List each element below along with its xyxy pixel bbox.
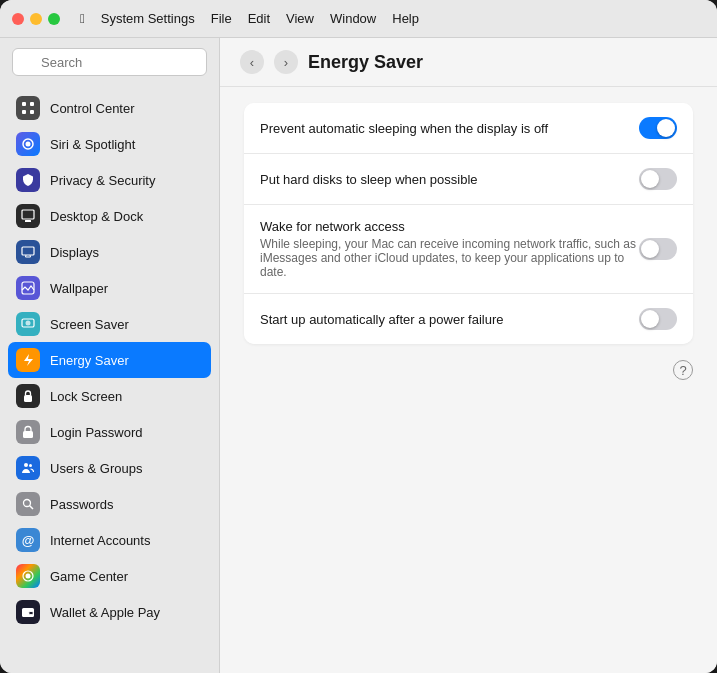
sidebar-item-energy-saver[interactable]: Energy Saver <box>8 342 211 378</box>
screensaver-icon <box>16 312 40 336</box>
loginpassword-icon <box>16 420 40 444</box>
apple-menu[interactable]:  <box>80 11 85 26</box>
svg-rect-19 <box>29 612 33 615</box>
sidebar-item-label: Displays <box>50 245 99 260</box>
settings-content: Prevent automatic sleeping when the disp… <box>220 87 717 673</box>
hard-disks-sleep-toggle[interactable] <box>639 168 677 190</box>
displays-icon <box>16 240 40 264</box>
app-menu[interactable]: System Settings <box>101 11 195 26</box>
privacy-icon <box>16 168 40 192</box>
sidebar-item-label: Lock Screen <box>50 389 122 404</box>
wake-network-toggle[interactable] <box>639 238 677 260</box>
sidebar-item-label: Wallpaper <box>50 281 108 296</box>
window-menu[interactable]: Window <box>330 11 376 26</box>
desktop-icon <box>16 204 40 228</box>
users-icon <box>16 456 40 480</box>
startup-power-failure-row: Start up automatically after a power fai… <box>244 294 693 344</box>
back-button[interactable]: ‹ <box>240 50 264 74</box>
sidebar-item-wallpaper[interactable]: Wallpaper <box>8 270 211 306</box>
traffic-lights <box>12 13 60 25</box>
internet-icon: @ <box>16 528 40 552</box>
prevent-auto-sleep-toggle[interactable] <box>639 117 677 139</box>
energy-icon <box>16 348 40 372</box>
sidebar-item-label: Screen Saver <box>50 317 129 332</box>
sidebar-item-wallet-apple-pay[interactable]: Wallet & Apple Pay <box>8 594 211 630</box>
svg-point-14 <box>29 464 32 467</box>
siri-icon <box>16 132 40 156</box>
svg-rect-2 <box>22 110 26 114</box>
main-header: ‹ › Energy Saver <box>220 38 717 87</box>
sidebar-item-desktop-dock[interactable]: Desktop & Dock <box>8 198 211 234</box>
svg-point-15 <box>24 500 31 507</box>
prevent-auto-sleep-label: Prevent automatic sleeping when the disp… <box>260 121 639 136</box>
svg-point-17 <box>26 574 31 579</box>
energy-settings-group: Prevent automatic sleeping when the disp… <box>244 103 693 344</box>
startup-power-failure-text: Start up automatically after a power fai… <box>260 312 639 327</box>
content-area: 🔍 Control Center Siri & Spot <box>0 38 717 673</box>
search-container: 🔍 <box>0 38 219 86</box>
sidebar-item-login-password[interactable]: Login Password <box>8 414 211 450</box>
sidebar-item-internet-accounts[interactable]: @ Internet Accounts <box>8 522 211 558</box>
menubar:  System Settings File Edit View Window … <box>80 11 419 26</box>
sidebar-item-label: Game Center <box>50 569 128 584</box>
sidebar-item-label: Siri & Spotlight <box>50 137 135 152</box>
svg-rect-6 <box>22 210 34 219</box>
main-window:  System Settings File Edit View Window … <box>0 0 717 673</box>
help-button[interactable]: ? <box>673 360 693 380</box>
help-menu[interactable]: Help <box>392 11 419 26</box>
sidebar-item-game-center[interactable]: Game Center <box>8 558 211 594</box>
lockscreen-icon <box>16 384 40 408</box>
svg-rect-11 <box>24 395 32 402</box>
sidebar-item-label: Wallet & Apple Pay <box>50 605 160 620</box>
control-center-icon <box>16 96 40 120</box>
sidebar-item-label: Desktop & Dock <box>50 209 143 224</box>
close-button[interactable] <box>12 13 24 25</box>
sidebar-item-label: Passwords <box>50 497 114 512</box>
svg-rect-0 <box>22 102 26 106</box>
edit-menu[interactable]: Edit <box>248 11 270 26</box>
svg-rect-1 <box>30 102 34 106</box>
svg-point-10 <box>26 321 31 326</box>
sidebar-item-lock-screen[interactable]: Lock Screen <box>8 378 211 414</box>
hard-disks-sleep-text: Put hard disks to sleep when possible <box>260 172 639 187</box>
sidebar-list: Control Center Siri & Spotlight Privacy … <box>0 86 219 673</box>
main-panel: ‹ › Energy Saver Prevent automatic sleep… <box>220 38 717 673</box>
wake-network-sublabel: While sleeping, your Mac can receive inc… <box>260 237 639 279</box>
sidebar-item-siri-spotlight[interactable]: Siri & Spotlight <box>8 126 211 162</box>
sidebar-item-label: Privacy & Security <box>50 173 155 188</box>
maximize-button[interactable] <box>48 13 60 25</box>
wallet-icon <box>16 600 40 624</box>
forward-button[interactable]: › <box>274 50 298 74</box>
search-wrapper: 🔍 <box>12 48 207 76</box>
startup-power-failure-toggle[interactable] <box>639 308 677 330</box>
prevent-auto-sleep-text: Prevent automatic sleeping when the disp… <box>260 121 639 136</box>
gamecenter-icon <box>16 564 40 588</box>
sidebar-item-label: Internet Accounts <box>50 533 150 548</box>
minimize-button[interactable] <box>30 13 42 25</box>
sidebar-item-users-groups[interactable]: Users & Groups <box>8 450 211 486</box>
sidebar-item-passwords[interactable]: Passwords <box>8 486 211 522</box>
wallpaper-icon <box>16 276 40 300</box>
wake-network-text: Wake for network access While sleeping, … <box>260 219 639 279</box>
prevent-auto-sleep-row: Prevent automatic sleeping when the disp… <box>244 103 693 154</box>
wake-network-row: Wake for network access While sleeping, … <box>244 205 693 294</box>
hard-disks-sleep-row: Put hard disks to sleep when possible <box>244 154 693 205</box>
sidebar-item-screen-saver[interactable]: Screen Saver <box>8 306 211 342</box>
sidebar-item-displays[interactable]: Displays <box>8 234 211 270</box>
svg-rect-7 <box>25 220 31 222</box>
svg-rect-3 <box>30 110 34 114</box>
wake-network-label: Wake for network access <box>260 219 639 234</box>
sidebar-item-privacy-security[interactable]: Privacy & Security <box>8 162 211 198</box>
view-menu[interactable]: View <box>286 11 314 26</box>
sidebar-item-label: Login Password <box>50 425 143 440</box>
file-menu[interactable]: File <box>211 11 232 26</box>
passwords-icon <box>16 492 40 516</box>
svg-rect-12 <box>23 431 33 438</box>
sidebar-item-label: Control Center <box>50 101 135 116</box>
svg-point-13 <box>24 463 28 467</box>
search-input[interactable] <box>12 48 207 76</box>
titlebar:  System Settings File Edit View Window … <box>0 0 717 38</box>
startup-power-failure-label: Start up automatically after a power fai… <box>260 312 639 327</box>
sidebar-item-control-center[interactable]: Control Center <box>8 90 211 126</box>
hard-disks-sleep-label: Put hard disks to sleep when possible <box>260 172 639 187</box>
